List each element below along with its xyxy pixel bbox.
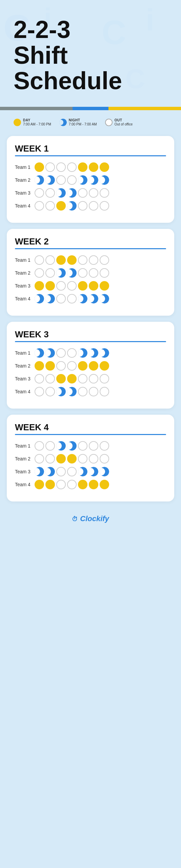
out-desc: Out of office bbox=[115, 122, 133, 126]
shift-night-w4-t3-d1 bbox=[35, 467, 44, 476]
shift-icons-w4-t3 bbox=[35, 467, 109, 476]
team-label-w3-t2: Team 2 bbox=[15, 363, 35, 369]
team-row-w3-t1: Team 1 bbox=[15, 348, 166, 358]
shift-out-w1-t4-d7 bbox=[100, 201, 109, 211]
shift-night-w4-t3-d2 bbox=[45, 467, 55, 476]
team-label-w3-t3: Team 3 bbox=[15, 376, 35, 381]
shift-icons-w4-t2 bbox=[35, 454, 109, 463]
shift-day-w2-t3-d7 bbox=[100, 281, 109, 291]
shift-night-w2-t4-d2 bbox=[45, 294, 55, 303]
shift-icons-w4-t4 bbox=[35, 480, 109, 489]
day-time: 7:00 AM - 7:00 PM bbox=[23, 122, 51, 126]
page-title: 2-2-3 Shift Schedule bbox=[14, 17, 167, 94]
shift-night-w4-t1-d4 bbox=[67, 441, 77, 451]
shift-icons-w1-t1 bbox=[35, 162, 109, 172]
shift-out-w3-t3-d1 bbox=[35, 374, 44, 383]
team-label-w4-t1: Team 1 bbox=[15, 443, 35, 449]
shift-day-w4-t4-d5 bbox=[78, 480, 87, 489]
shift-out-w3-t1-d4 bbox=[67, 348, 77, 358]
week-card-4: WEEK 4Team 1Team 2Team 3Team 4 bbox=[7, 415, 174, 501]
shift-day-w4-t2-d3 bbox=[56, 454, 66, 463]
legend-out: OUT Out of office bbox=[105, 118, 133, 126]
shift-night-w2-t2-d3 bbox=[56, 268, 66, 278]
shift-out-w2-t4-d3 bbox=[56, 294, 66, 303]
shift-out-w1-t2-d3 bbox=[56, 175, 66, 185]
shift-out-w3-t4-d2 bbox=[45, 387, 55, 396]
shift-night-w1-t3-d4 bbox=[67, 188, 77, 198]
team-row-w3-t4: Team 4 bbox=[15, 387, 166, 396]
shift-out-w2-t3-d3 bbox=[56, 281, 66, 291]
shift-icons-w2-t2 bbox=[35, 268, 109, 278]
team-label-w2-t3: Team 3 bbox=[15, 283, 35, 289]
shift-out-w1-t4-d6 bbox=[89, 201, 98, 211]
shift-icons-w1-t3 bbox=[35, 188, 109, 198]
shift-out-w3-t2-d3 bbox=[56, 361, 66, 371]
shift-out-w1-t3-d7 bbox=[100, 188, 109, 198]
shift-out-w1-t3-d1 bbox=[35, 188, 44, 198]
shift-out-w4-t1-d2 bbox=[45, 441, 55, 451]
shift-icons-w4-t1 bbox=[35, 441, 109, 451]
shift-night-w3-t1-d6 bbox=[89, 348, 98, 358]
team-row-w2-t4: Team 4 bbox=[15, 294, 166, 303]
team-row-w2-t1: Team 1 bbox=[15, 255, 166, 265]
shift-night-w2-t4-d5 bbox=[78, 294, 87, 303]
shift-out-w1-t2-d4 bbox=[67, 175, 77, 185]
footer: ⏱ Clockify bbox=[0, 508, 181, 533]
shift-out-w2-t3-d4 bbox=[67, 281, 77, 291]
shift-out-w4-t2-d7 bbox=[100, 454, 109, 463]
week-divider-3 bbox=[15, 341, 166, 342]
shift-day-w1-t4-d3 bbox=[56, 201, 66, 211]
team-label-w1-t4: Team 4 bbox=[15, 203, 35, 209]
shift-day-w4-t4-d7 bbox=[100, 480, 109, 489]
weeks-container: WEEK 1Team 1Team 2Team 3Team 4WEEK 2Team… bbox=[0, 136, 181, 501]
shift-out-w4-t1-d1 bbox=[35, 441, 44, 451]
team-label-w2-t2: Team 2 bbox=[15, 270, 35, 276]
shift-out-w2-t2-d7 bbox=[100, 268, 109, 278]
team-label-w4-t4: Team 4 bbox=[15, 482, 35, 487]
shift-out-w3-t4-d6 bbox=[89, 387, 98, 396]
night-label: NIGHT bbox=[69, 118, 97, 122]
shift-out-w3-t3-d2 bbox=[45, 374, 55, 383]
shift-night-w4-t3-d6 bbox=[89, 467, 98, 476]
shift-out-w1-t1-d2 bbox=[45, 162, 55, 172]
shift-icons-w2-t4 bbox=[35, 294, 109, 303]
clockify-logo-text: Clockify bbox=[80, 514, 109, 523]
team-row-w1-t3: Team 3 bbox=[15, 188, 166, 198]
team-row-w3-t3: Team 3 bbox=[15, 374, 166, 383]
shift-out-w4-t4-d3 bbox=[56, 480, 66, 489]
shift-out-w1-t3-d6 bbox=[89, 188, 98, 198]
bar-gray bbox=[0, 107, 73, 110]
shift-out-w3-t2-d4 bbox=[67, 361, 77, 371]
shift-day-w2-t3-d1 bbox=[35, 281, 44, 291]
shift-day-w3-t3-d4 bbox=[67, 374, 77, 383]
team-row-w1-t2: Team 2 bbox=[15, 175, 166, 185]
bar-blue bbox=[73, 107, 109, 110]
shift-icons-w3-t1 bbox=[35, 348, 109, 358]
shift-icons-w2-t3 bbox=[35, 281, 109, 291]
shift-icons-w3-t4 bbox=[35, 387, 109, 396]
team-label-w4-t3: Team 3 bbox=[15, 469, 35, 474]
day-label: DAY bbox=[23, 118, 51, 122]
team-label-w1-t3: Team 3 bbox=[15, 190, 35, 196]
shift-day-w1-t1-d5 bbox=[78, 162, 87, 172]
shift-out-w2-t2-d5 bbox=[78, 268, 87, 278]
shift-day-w1-t1-d7 bbox=[100, 162, 109, 172]
shift-day-w1-t1-d1 bbox=[35, 162, 44, 172]
shift-night-w1-t2-d1 bbox=[35, 175, 44, 185]
shift-out-w2-t2-d2 bbox=[45, 268, 55, 278]
team-row-w3-t2: Team 2 bbox=[15, 361, 166, 371]
shift-out-w3-t1-d3 bbox=[56, 348, 66, 358]
week-divider-1 bbox=[15, 155, 166, 156]
shift-night-w3-t1-d5 bbox=[78, 348, 87, 358]
shift-out-w4-t2-d1 bbox=[35, 454, 44, 463]
week-divider-2 bbox=[15, 248, 166, 249]
team-label-w1-t2: Team 2 bbox=[15, 177, 35, 183]
shift-out-w1-t3-d5 bbox=[78, 188, 87, 198]
week-card-1: WEEK 1Team 1Team 2Team 3Team 4 bbox=[7, 136, 174, 223]
shift-night-w2-t2-d4 bbox=[67, 268, 77, 278]
shift-night-w3-t4-d4 bbox=[67, 387, 77, 396]
team-row-w4-t4: Team 4 bbox=[15, 480, 166, 489]
header: C i C i C C 2-2-3 Shift Schedule bbox=[0, 0, 181, 101]
shift-night-w2-t4-d6 bbox=[89, 294, 98, 303]
shift-out-w2-t2-d6 bbox=[89, 268, 98, 278]
